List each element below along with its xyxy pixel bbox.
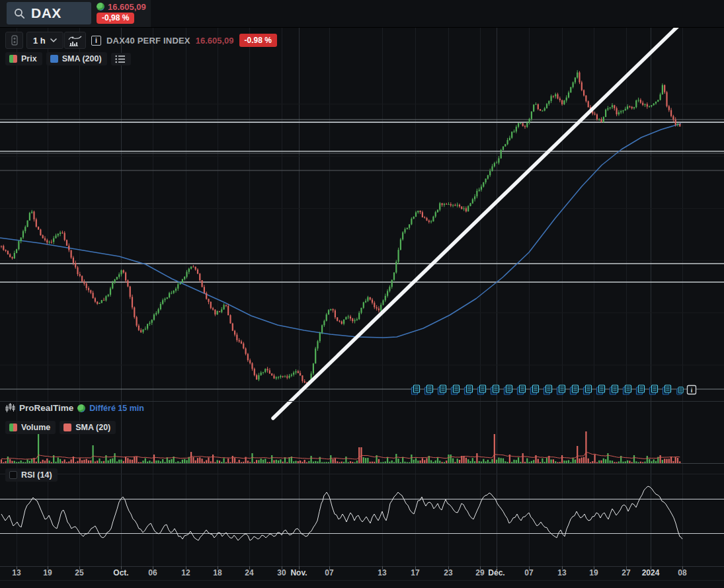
news-info-icon[interactable]: i [688, 386, 696, 394]
volume-bar [304, 460, 305, 463]
news-icon[interactable] [544, 385, 552, 394]
candles-layer [1, 70, 680, 386]
news-icon[interactable] [518, 385, 526, 394]
timeframe-dropdown[interactable]: 1 h [26, 32, 63, 49]
volume-bar [55, 462, 56, 463]
candle [112, 283, 113, 289]
volume-bar [461, 456, 462, 463]
x-axis-label: 13 [557, 568, 566, 577]
candle [531, 112, 532, 119]
volume-bar [585, 431, 586, 463]
news-icon[interactable] [584, 385, 592, 394]
legend-prix[interactable]: Prix [5, 52, 42, 65]
volume-bar [114, 453, 116, 463]
candle [319, 333, 321, 342]
candle [225, 305, 227, 306]
volume-bar [291, 457, 292, 463]
legend-sma200[interactable]: SMA (200) [46, 52, 107, 65]
candle [461, 206, 462, 209]
symbol-search-box[interactable]: DAX [7, 2, 91, 24]
volume-bar [376, 455, 378, 463]
news-icon[interactable] [438, 385, 446, 394]
volume-bar [426, 458, 427, 463]
candle [598, 120, 600, 120]
legend-sma200-label: SMA (200) [62, 54, 102, 63]
news-icon[interactable] [571, 385, 579, 394]
news-icon[interactable] [610, 385, 618, 394]
candle [607, 108, 608, 110]
legend-volume[interactable]: Volume [5, 421, 56, 434]
volume-bar [583, 457, 584, 463]
news-icon[interactable] [504, 385, 512, 394]
news-icon[interactable] [557, 385, 565, 394]
volume-bar [538, 459, 539, 463]
x-axis-label: 19 [589, 568, 598, 577]
candle [575, 77, 576, 82]
volume-bar [302, 462, 303, 463]
volume-bar [631, 462, 633, 463]
volume-bar [372, 462, 373, 463]
legend-sma20[interactable]: SMA (20) [60, 421, 116, 434]
candle [594, 114, 596, 114]
volume-bar [600, 460, 602, 463]
volume-bar [389, 462, 390, 463]
volume-bar [247, 460, 249, 463]
lock-icon [11, 35, 19, 46]
chart-type-button[interactable] [64, 32, 86, 49]
news-icon[interactable] [478, 385, 486, 394]
news-icon[interactable] [452, 385, 460, 394]
volume-bar [662, 460, 663, 463]
legend-rsi[interactable]: RSI (14) [5, 468, 58, 482]
candle [437, 209, 438, 212]
volume-bar [140, 462, 141, 463]
news-icon[interactable] [677, 387, 684, 394]
volume-bar [524, 462, 526, 463]
symbol-label: DAX [31, 5, 61, 21]
news-icon[interactable] [531, 385, 539, 394]
candle [465, 208, 467, 211]
news-icon[interactable] [650, 385, 658, 394]
lock-button[interactable] [5, 32, 23, 49]
news-icon[interactable] [623, 385, 631, 394]
volume-bar [559, 462, 561, 463]
news-icon[interactable] [637, 385, 645, 394]
candle [164, 299, 165, 300]
quote-summary: 16.605,09 -0,98 % [97, 1, 146, 24]
volume-bar [219, 460, 220, 463]
volume-bar [395, 454, 397, 463]
candle [153, 314, 155, 320]
volume-bar [581, 458, 583, 463]
delay-label[interactable]: Différé 15 min [89, 404, 144, 413]
info-icon[interactable]: i [91, 36, 101, 46]
volume-bar [136, 457, 138, 463]
volume-bar [71, 459, 72, 463]
candle [647, 104, 648, 107]
news-icon[interactable] [412, 385, 420, 394]
candle [420, 211, 421, 212]
candle [491, 166, 493, 171]
news-icon[interactable] [465, 385, 473, 394]
volume-bar [465, 458, 467, 463]
candle [426, 218, 427, 221]
volume-bar [38, 433, 39, 463]
news-icon[interactable] [491, 385, 499, 394]
candle [494, 163, 495, 166]
candle [407, 228, 408, 229]
indicator-list-button[interactable] [111, 53, 131, 65]
volume-bar [110, 459, 111, 463]
volume-bar [142, 460, 143, 463]
candle [577, 73, 578, 78]
news-icon[interactable] [663, 385, 671, 394]
news-icon[interactable] [425, 385, 433, 394]
candle [610, 107, 611, 108]
volume-bar [339, 462, 340, 463]
candle [402, 233, 403, 240]
news-icon[interactable] [597, 385, 605, 394]
candle [487, 175, 489, 178]
legend-sma20-label: SMA (20) [75, 423, 110, 432]
candle [489, 171, 491, 176]
volume-bar [380, 462, 382, 463]
volume-bar [66, 462, 67, 463]
volume-bar [293, 461, 294, 463]
volume-bar [276, 460, 277, 463]
